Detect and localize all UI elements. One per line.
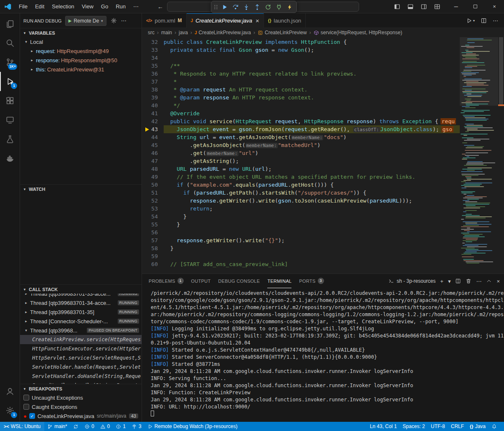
line-number-gutter[interactable]: 34 [142,54,164,62]
code-line[interactable]: 53 return; [142,205,460,213]
breakpoint-row[interactable]: ●✓CreateLinkPreview.javasrc/main/java43 [20,411,142,421]
line-number-gutter[interactable]: 58 [142,244,164,252]
continue-button[interactable] [219,2,230,12]
code-line[interactable]: 38 * @param request An HTTP request cont… [142,86,460,94]
panel-more-button[interactable]: ⋯ [476,278,481,284]
menu-more[interactable]: ⋯ [129,2,142,12]
toggle-secondary-sidebar-button[interactable] [420,3,428,11]
code-line[interactable]: 36 * Responds to any HTTP request relate… [142,70,460,78]
line-number-gutter[interactable]: 55 [142,221,164,228]
code-line[interactable]: 32public class CreateLinkPreview impleme… [142,38,460,46]
line-number-gutter[interactable]: 35 [142,62,164,70]
status-warnings[interactable]: 0 [97,422,113,431]
code-line[interactable]: 49 // If the event object URL matches a … [142,173,460,181]
line-number-gutter[interactable]: 36 [142,70,164,78]
status-eol[interactable]: CRLF [448,422,467,431]
step-out-button[interactable] [252,2,263,12]
code-line[interactable]: 58 } [142,244,460,252]
editor-scrollbar[interactable] [498,37,504,274]
status-sync[interactable] [70,422,81,431]
activity-explorer[interactable] [0,14,20,33]
activity-remote-explorer[interactable] [0,110,20,129]
activity-docker[interactable] [0,149,20,168]
code-line[interactable]: 50 if ("example.com".equals(parsedURL.ge… [142,181,460,189]
code-line[interactable]: 42 public void service(HttpRequest reque… [142,117,460,125]
activity-accounts[interactable] [0,382,20,401]
step-into-button[interactable] [241,2,252,12]
code-line[interactable]: 55 } [142,221,460,228]
line-number-gutter[interactable]: 60 [142,260,164,268]
breakpoint-checkbox[interactable] [23,395,29,401]
terminal-tab[interactable]: sh - 3p-resources [388,278,436,284]
code-line[interactable]: 39 * @param response An HTTP response co… [142,94,460,101]
stack-frame-row[interactable]: ServletHolder.handle(Request,Servlet [20,363,142,372]
variable-row[interactable]: ▸response:HttpResponseImpl@50 [20,56,142,65]
line-number-gutter[interactable]: 54 [142,213,164,221]
run-java-button[interactable]: ▾ [466,18,475,24]
code-line[interactable]: 34 [142,54,460,62]
code-line[interactable]: 44 String url = event.getAsJsonObject(me… [142,133,460,141]
code-line[interactable]: 48 URL parsedURL = new URL(url); [142,165,460,173]
activity-run-and-debug[interactable]: 1 [0,72,20,91]
disconnect-button[interactable] [274,2,284,12]
variables-section-header[interactable]: ▾ VARIABLES [20,28,142,37]
code-line[interactable]: 47 .getAsString(); [142,157,460,165]
status-info[interactable]: 1 [113,422,129,431]
line-number-gutter[interactable]: 45 [142,141,164,149]
code-line[interactable]: 43 JsonObject event = gson.fromJson(requ… [142,125,460,133]
launch-config-select[interactable]: ▶ Remote De ▾ [65,16,106,26]
breakpoint-row[interactable]: Uncaught Exceptions [20,393,142,402]
tab-launch-json[interactable]: {}launch.json [264,13,306,28]
line-number-gutter[interactable]: 41 [142,109,164,117]
toggle-panel-button[interactable] [406,3,415,11]
editor-more-button[interactable]: ⋯ [493,18,498,24]
code-line[interactable]: 46 .get(memberName:"url") [142,149,460,157]
panel-tab-terminal[interactable]: TERMINAL [267,274,291,288]
code-line[interactable]: 52 response.getWriter().write(gson.toJso… [142,197,460,205]
line-number-gutter[interactable]: 52 [142,197,164,205]
menu-selection[interactable]: Selection [48,2,78,12]
line-number-gutter[interactable]: 51 [142,189,164,197]
status-cursor-position[interactable]: Ln 43, Col 1 [367,422,400,431]
line-number-gutter[interactable]: 33 [142,46,164,54]
status-debug-session[interactable]: Remote Debug Watch (3p-resources) [144,422,241,431]
activity-source-control[interactable]: 1K+ [0,53,20,72]
line-number-gutter[interactable]: 47 [142,157,164,165]
menu-edit[interactable]: Edit [31,2,48,12]
thread-row[interactable]: ▸Thread [qtp399683701-35]RUNNING [20,307,142,317]
code-line[interactable]: 35 /** [142,62,460,70]
code-line[interactable]: 37 * [142,78,460,86]
breadcrumb-item[interactable]: java [179,30,188,35]
breakpoint-checkbox[interactable]: ✓ [29,413,35,419]
thread-row[interactable]: ▸Thread [qtp399683701-33-acce...RUNNING [20,294,142,298]
breadcrumb-item[interactable]: main [161,30,172,35]
terminal-output[interactable]: /pierrick/.m2/repository/io/cloudevents/… [142,288,504,422]
minimap[interactable] [460,37,498,274]
debug-settings-button[interactable] [111,18,117,24]
toggle-primary-sidebar-button[interactable] [393,3,401,11]
breakpoints-section-header[interactable]: ▾ BREAKPOINTS [20,384,142,393]
command-center[interactable] [167,2,359,12]
code-line[interactable]: 41 @Override [142,109,460,117]
close-panel-button[interactable]: × [496,278,500,284]
status-remote[interactable]: ><WSL: Ubuntu [0,422,44,431]
new-terminal-button[interactable]: + [440,278,443,284]
line-number-gutter[interactable]: 50 [142,181,164,189]
code-lines[interactable]: 32public class CreateLinkPreview impleme… [142,37,460,274]
line-number-gutter[interactable]: 57 [142,236,164,244]
stack-frame-row[interactable]: HttpFunctionExecutor.service(HttpSer [20,344,142,353]
code-line[interactable]: 33 private static final Gson gson = new … [142,46,460,54]
line-number-gutter[interactable]: 46 [142,149,164,157]
view-more-button[interactable]: ⋯ [121,18,127,24]
menu-run[interactable]: Run [112,2,129,12]
code-line[interactable]: 40 */ [142,101,460,109]
line-number-gutter[interactable]: 32 [142,38,164,46]
call-stack-section-header[interactable]: ▾ CALL STACK [20,284,142,294]
breadcrumb-item[interactable]: src [148,30,154,35]
code-line[interactable]: 45 .getAsJsonObject(memberName:"matchedU… [142,141,460,149]
code-line[interactable]: 56 [142,228,460,236]
panel-tab-problems[interactable]: PROBLEMS1 [149,274,184,288]
line-number-gutter[interactable]: 40 [142,101,164,109]
maximize-button[interactable] [466,0,485,13]
status-errors[interactable]: 0 [81,422,97,431]
